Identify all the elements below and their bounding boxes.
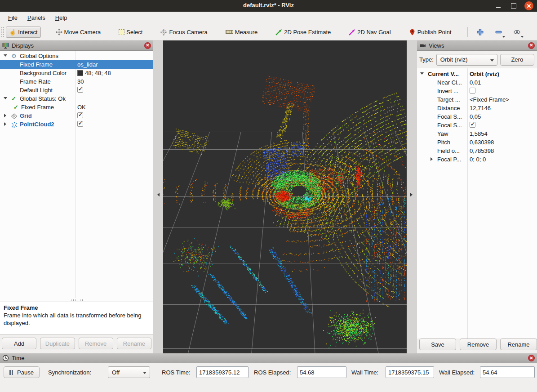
displays-button-row: Add Duplicate Remove Rename xyxy=(2,338,151,349)
tree-resize-handle[interactable] xyxy=(0,298,153,302)
ros-time-field[interactable] xyxy=(196,366,249,378)
pose-estimate-tool-button[interactable]: 2D Pose Estimate xyxy=(272,27,334,38)
tree-row-field-of-view[interactable]: Field o... 0,785398 xyxy=(417,147,537,155)
remove-button[interactable]: Remove xyxy=(79,338,113,349)
tree-row-grid[interactable]: Grid xyxy=(0,111,153,120)
property-value[interactable]: 0,01 xyxy=(470,79,481,86)
collapse-arrow-icon[interactable] xyxy=(4,122,6,126)
duplicate-button[interactable]: Duplicate xyxy=(40,338,75,349)
time-close-icon[interactable]: ✕ xyxy=(528,355,535,361)
property-value[interactable]: 1,5854 xyxy=(470,130,488,137)
tree-row-invert-z[interactable]: Invert ... xyxy=(417,87,537,95)
tree-row-global-status[interactable]: ✓ Global Status: Ok xyxy=(0,94,153,103)
collapse-left-arrow-icon[interactable] xyxy=(157,193,160,196)
expand-arrow-icon[interactable] xyxy=(4,54,7,57)
property-value[interactable]: 0,630398 xyxy=(470,139,494,146)
main-area: Displays ✕ ⚙ Global Options Fixed Frame … xyxy=(0,40,537,353)
time-panel-title: Time xyxy=(12,355,525,361)
pause-button[interactable]: Pause xyxy=(4,366,40,378)
minimize-button[interactable] xyxy=(494,1,503,10)
tree-row-pointcloud2[interactable]: PointCloud2 xyxy=(0,120,153,129)
type-label: Type: xyxy=(419,56,434,63)
rename-button[interactable]: Rename xyxy=(117,338,151,349)
menu-file[interactable]: File xyxy=(4,13,22,22)
remove-tool-button[interactable] xyxy=(493,27,505,37)
tool-visibility-button[interactable] xyxy=(511,27,523,37)
property-value[interactable]: 48; 48; 48 xyxy=(77,70,111,76)
view-type-dropdown[interactable]: Orbit (rviz) xyxy=(436,54,497,66)
interact-tool-button[interactable]: ☝ Interact xyxy=(6,27,41,38)
tree-row-fixed-frame-status[interactable]: ✓ Fixed Frame OK xyxy=(0,103,153,111)
tree-row-focal-shape-fixed[interactable]: Focal S... xyxy=(417,121,537,129)
views-tree: Current V... Orbit (rviz) Near Cl... 0,0… xyxy=(417,68,537,339)
publish-point-tool-button[interactable]: Publish Point xyxy=(406,27,455,38)
property-value[interactable]: 12,7146 xyxy=(470,105,491,111)
move-camera-tool-button[interactable]: Move Camera xyxy=(53,27,104,38)
tree-row-focal-shape-size[interactable]: Focal S... 0,05 xyxy=(417,112,537,121)
displays-close-icon[interactable]: ✕ xyxy=(144,42,151,49)
wall-time-field[interactable] xyxy=(386,366,434,378)
tree-row-near-clip[interactable]: Near Cl... 0,01 xyxy=(417,78,537,87)
checkbox-checked[interactable] xyxy=(77,121,83,127)
pointcloud-canvas[interactable] xyxy=(163,40,407,353)
tree-row-focal-point[interactable]: Focal P... 0; 0; 0 xyxy=(417,155,537,164)
views-close-icon[interactable]: ✕ xyxy=(528,42,535,49)
expand-arrow-icon[interactable] xyxy=(420,72,424,75)
tree-row-current-view[interactable]: Current V... Orbit (rviz) xyxy=(417,70,537,78)
measure-tool-button[interactable]: Measure xyxy=(222,27,261,38)
property-value[interactable]: 0,05 xyxy=(470,113,481,120)
menu-help[interactable]: Help xyxy=(51,13,72,22)
tree-row-frame-rate[interactable]: Frame Rate 30 xyxy=(0,77,153,86)
collapse-right-arrow-icon[interactable] xyxy=(410,193,413,196)
property-value[interactable]: 0; 0; 0 xyxy=(470,156,486,163)
window-close-button[interactable]: ✕ xyxy=(524,1,533,10)
synchronization-dropdown[interactable]: Off xyxy=(108,366,150,378)
property-value[interactable]: os_lidar xyxy=(77,61,98,68)
add-tool-button[interactable] xyxy=(474,27,486,37)
property-value[interactable]: 30 xyxy=(77,78,84,85)
maximize-button[interactable] xyxy=(509,1,518,10)
status-ok-check-icon: ✓ xyxy=(13,104,18,111)
views-panel-header[interactable]: Views ✕ xyxy=(417,40,537,51)
collapse-arrow-icon[interactable] xyxy=(430,157,433,161)
tree-row-pitch[interactable]: Pitch 0,630398 xyxy=(417,138,537,147)
property-value[interactable]: <Fixed Frame> xyxy=(470,96,509,103)
collapse-arrow-icon[interactable] xyxy=(4,114,6,117)
checkbox-checked[interactable] xyxy=(470,122,475,128)
map-pin-icon xyxy=(409,29,416,36)
menu-bar: File Panels Help xyxy=(0,12,537,24)
toolbar-grip[interactable] xyxy=(1,27,4,37)
left-splitter[interactable] xyxy=(153,40,163,353)
ros-elapsed-field[interactable] xyxy=(297,366,346,378)
checkbox-checked[interactable] xyxy=(77,87,83,93)
right-splitter[interactable] xyxy=(407,40,417,353)
tree-row-default-light[interactable]: Default Light xyxy=(0,86,153,94)
checkbox-unchecked[interactable] xyxy=(470,88,475,94)
displays-panel-header[interactable]: Displays ✕ xyxy=(0,40,153,51)
tree-row-fixed-frame[interactable]: Fixed Frame os_lidar xyxy=(0,60,153,69)
tree-row-yaw[interactable]: Yaw 1,5854 xyxy=(417,129,537,138)
menu-panels[interactable]: Panels xyxy=(23,13,50,22)
wall-elapsed-label: Wall Elapsed: xyxy=(439,369,475,376)
tree-row-distance[interactable]: Distance 12,7146 xyxy=(417,104,537,112)
focus-camera-tool-button[interactable]: Focus Camera xyxy=(157,27,210,38)
nav-goal-tool-button[interactable]: 2D Nav Goal xyxy=(346,27,394,38)
render-viewport[interactable] xyxy=(163,40,407,353)
tree-row-target-frame[interactable]: Target ... <Fixed Frame> xyxy=(417,95,537,104)
tree-row-background-color[interactable]: Background Color 48; 48; 48 xyxy=(0,69,153,77)
checkbox-checked[interactable] xyxy=(77,112,83,118)
select-tool-button[interactable]: Select xyxy=(115,27,146,38)
remove-button[interactable]: Remove xyxy=(460,339,497,350)
views-button-row: Save Remove Rename xyxy=(419,339,537,350)
property-value xyxy=(77,87,83,94)
time-panel-header[interactable]: Time ✕ xyxy=(0,353,537,363)
rename-button[interactable]: Rename xyxy=(500,339,537,350)
zero-button[interactable]: Zero xyxy=(500,54,534,66)
wall-elapsed-field[interactable] xyxy=(480,366,535,378)
tree-row-global-options[interactable]: ⚙ Global Options xyxy=(0,52,153,60)
add-button[interactable]: Add xyxy=(2,338,36,349)
property-value[interactable]: 0,785398 xyxy=(470,147,494,154)
dropdown-arrow-icon xyxy=(502,36,505,38)
expand-arrow-icon[interactable] xyxy=(4,97,7,99)
save-button[interactable]: Save xyxy=(419,339,456,350)
